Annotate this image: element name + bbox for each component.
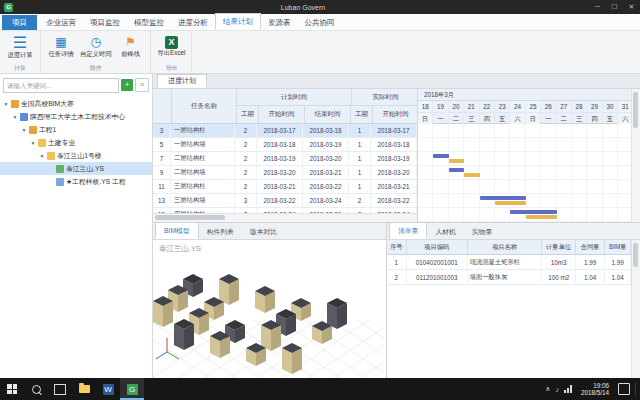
- gantt-weekday-label: 二: [557, 113, 572, 124]
- ribbon-button-custom-time[interactable]: ◷自定义时间: [78, 35, 113, 59]
- bim-3d-view: [153, 240, 385, 378]
- taskbar-app-word[interactable]: W: [96, 378, 120, 400]
- quantity-vscrollbar[interactable]: [631, 240, 640, 378]
- tree-item[interactable]: ▼泰江兰山1号楼: [0, 149, 152, 162]
- tree-expander-icon[interactable]: ▼: [3, 101, 9, 107]
- ribbon-tab[interactable]: 项目: [2, 15, 37, 30]
- show-desktop-edge[interactable]: [635, 382, 636, 396]
- site-icon: [11, 100, 19, 108]
- ribbon-button-frontline[interactable]: ⚑前锋线: [113, 35, 147, 59]
- tree-expander-icon[interactable]: ▼: [30, 140, 36, 146]
- add-icon[interactable]: +: [121, 79, 133, 91]
- maximize-button[interactable]: ☐: [606, 0, 623, 14]
- gantt-day-label: 29: [587, 101, 602, 112]
- tree-search-row: + ≡: [0, 74, 152, 96]
- taskbar-clock[interactable]: 19:06 2018/5/14: [577, 382, 613, 397]
- table-row[interactable]: 13三层结构墙32018-03-222018-03-2422018-03-22: [153, 194, 417, 208]
- tree-expander-icon[interactable]: ▼: [12, 114, 18, 120]
- taskbar-app-task-view[interactable]: [48, 378, 72, 400]
- task-name-column-header: 任务名称: [172, 89, 237, 123]
- tree-item[interactable]: ▼全国高校BIM大赛: [0, 97, 152, 110]
- doc-icon: [56, 178, 64, 186]
- gantt-weekday-label: 日: [526, 113, 541, 124]
- ribbon-tab[interactable]: 公共协同: [298, 15, 342, 30]
- table-cell: 1.99: [576, 255, 606, 269]
- tree-item[interactable]: ▼陕西理工大学土木工程技术中心: [0, 110, 152, 123]
- taskbar-app-luban[interactable]: G: [120, 378, 144, 400]
- ribbon-tab[interactable]: 项目监控: [83, 15, 127, 30]
- quantity-tab[interactable]: 实物量: [464, 224, 500, 239]
- luban-app-icon: G: [127, 384, 138, 395]
- taskbar-app-start[interactable]: [0, 378, 24, 400]
- clock-date: 2018/5/14: [581, 389, 609, 397]
- ribbon-group: ▦任务详情◷自定义时间⚑前锋线操作: [41, 31, 151, 73]
- quantity-table: 序号项目编码项目名称计量单位合同量BIM量 1010402001001现浇混凝土…: [387, 240, 631, 378]
- gantt-row: [418, 138, 631, 152]
- table-row[interactable]: 9二层结构墙22018-03-202018-03-2112018-03-20: [153, 166, 417, 180]
- ribbon-group-label: 操作: [44, 63, 147, 73]
- gantt-weekday-label: 日: [418, 113, 433, 124]
- project-tree: ▼全国高校BIM大赛▼陕西理工大学土木工程技术中心▼工程1▼土建专业▼泰江兰山1…: [0, 96, 152, 378]
- ribbon-button-excel[interactable]: X导出Excel: [154, 36, 188, 58]
- ribbon-tab[interactable]: 资源表: [261, 15, 298, 30]
- taskbar-app-search[interactable]: [24, 378, 48, 400]
- table-cell: 1: [349, 152, 371, 165]
- tree-item[interactable]: ▼土建专业: [0, 136, 152, 149]
- quantity-tab[interactable]: 人材机: [427, 224, 463, 239]
- tree-item[interactable]: 泰江兰山.YS: [0, 162, 152, 175]
- minimize-button[interactable]: ─: [589, 0, 606, 14]
- quantity-table-header: 序号项目编码项目名称计量单位合同量BIM量: [387, 240, 631, 255]
- quantity-table-body: 1010402001001现浇混凝土矩形柱10m31.991.992011201…: [387, 255, 631, 378]
- bim-viewport[interactable]: 泰江兰山.YS: [153, 240, 386, 378]
- notification-center-icon[interactable]: [618, 383, 630, 395]
- tray-expand-icon[interactable]: ∧: [545, 385, 550, 393]
- tree-expander-icon[interactable]: ▼: [21, 127, 27, 133]
- volume-icon[interactable]: ♪: [555, 386, 559, 393]
- project-tree-panel: + ≡ ▼全国高校BIM大赛▼陕西理工大学土木工程技术中心▼工程1▼土建专业▼泰…: [0, 74, 153, 378]
- table-row[interactable]: 5一层结构墙22018-03-182018-03-1912018-03-18: [153, 138, 417, 152]
- table-cell: 一层结构墙: [171, 138, 235, 151]
- tree-item[interactable]: ★工程样板.YS 工程: [0, 175, 152, 188]
- gantt-bar-plan: [510, 210, 556, 214]
- table-row[interactable]: 11三层结构柱22018-03-212018-03-2212018-03-21: [153, 180, 417, 194]
- close-button[interactable]: ✕: [623, 0, 640, 14]
- ribbon-button-schedule[interactable]: ☰进度计算: [3, 34, 37, 60]
- column-header: 序号: [387, 240, 407, 254]
- schedule-vscrollbar[interactable]: [631, 89, 640, 222]
- tree-item[interactable]: ▼工程1: [0, 123, 152, 136]
- bim-panel-tabs: BIM模型构件列表版本对比: [153, 223, 386, 240]
- ribbon-tab[interactable]: 结果计划: [215, 13, 261, 30]
- table-cell: 5: [153, 138, 171, 151]
- ribbon-tab[interactable]: 模型监控: [127, 15, 171, 30]
- quantity-tab[interactable]: 清单量: [389, 222, 427, 239]
- table-row[interactable]: 7二层结构柱22018-03-192018-03-2012018-03-19: [153, 152, 417, 166]
- taskbar-app-file-explorer[interactable]: [72, 378, 96, 400]
- tab-schedule-plan[interactable]: 进度计划: [157, 74, 207, 88]
- schedule-hscrollbar[interactable]: [153, 213, 417, 222]
- bim-tab[interactable]: 构件列表: [199, 224, 242, 239]
- bim-model-label: 泰江兰山.YS: [159, 244, 201, 254]
- table-cell: 1: [349, 166, 371, 179]
- table-cell: 三层结构墙: [171, 194, 235, 207]
- ribbon-tab[interactable]: 进度分析: [171, 15, 215, 30]
- gantt-weekday-label: 三: [572, 113, 587, 124]
- bim-tab[interactable]: BIM模型: [155, 222, 199, 239]
- tree-expander-icon[interactable]: ▼: [39, 153, 45, 159]
- row-number-column-header: [153, 89, 172, 123]
- ribbon-button-task-detail[interactable]: ▦任务详情: [44, 35, 78, 59]
- gantt-row: [418, 180, 631, 194]
- frontline-icon: ⚑: [125, 35, 136, 50]
- table-cell: 2: [349, 194, 371, 207]
- windows-start-icon: [7, 384, 17, 394]
- ribbon-tab[interactable]: 企业运营: [39, 15, 83, 30]
- gantt-day-label: 23: [495, 101, 510, 112]
- tree-menu-icon[interactable]: ≡: [135, 78, 149, 92]
- table-row[interactable]: 3一层结构柱22018-03-172018-03-1812018-03-17: [153, 124, 417, 138]
- gantt-weekday-label: 一: [541, 113, 556, 124]
- table-row[interactable]: 2011201001003墙面一般抹灰100 m21.041.04: [387, 270, 631, 285]
- bim-tab[interactable]: 版本对比: [242, 224, 285, 239]
- table-row[interactable]: 1010402001001现浇混凝土矩形柱10m31.991.99: [387, 255, 631, 270]
- search-input[interactable]: [3, 78, 119, 93]
- gantt-day-label: 18: [418, 101, 433, 112]
- network-icon[interactable]: [564, 385, 572, 393]
